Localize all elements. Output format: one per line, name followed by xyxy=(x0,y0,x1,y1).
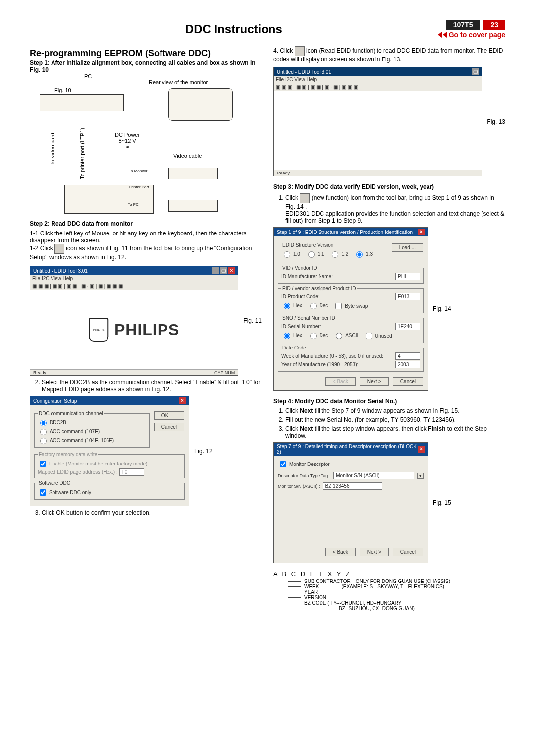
edid-tool-menubar[interactable]: File I2C View Help xyxy=(30,275,238,282)
ver-1-0[interactable]: 1.0 xyxy=(281,250,300,258)
new-function-icon xyxy=(300,193,310,203)
chk-enable[interactable]: Enable (Monitor must be enter factory mo… xyxy=(38,459,147,468)
cancel-button[interactable]: Cancel xyxy=(154,423,184,431)
grp-comm-legend: DDC communication channel xyxy=(38,411,104,416)
monitor-box xyxy=(168,88,233,121)
load-button[interactable]: Load ... xyxy=(392,243,423,252)
mfr-name-label: ID Manufacturer Name: xyxy=(281,274,333,279)
next-button[interactable]: Next > xyxy=(360,377,389,386)
figure-14-label: Fig. 14 xyxy=(433,305,451,312)
chk-soft-only[interactable]: Software DDC only xyxy=(38,488,91,497)
year-label: Year of Manufacture (1990 - 2053): xyxy=(281,362,358,367)
grp-factory-legend: Factory memory data write xyxy=(38,452,98,457)
cancel-button[interactable]: Cancel xyxy=(393,548,423,556)
opt-aoc107e[interactable]: AOC command (107E) xyxy=(38,427,100,435)
step2-title: Step 2: Read DDC data from monitor xyxy=(30,220,262,227)
ver-1-2[interactable]: 1.2 xyxy=(329,250,348,258)
rewind-icon xyxy=(438,32,442,38)
step4-title: Step 4: Modify DDC data Monitor Serial N… xyxy=(273,398,505,405)
figure-11-screenshot: Untitled - EDID Tool 3.01 _ ▢ × File I2C… xyxy=(30,266,238,376)
section-heading: Re-programming EEPROM (Software DDC) xyxy=(30,48,262,58)
mfr-name-input[interactable]: PHL xyxy=(395,273,420,280)
opt-hex[interactable]: Hex xyxy=(281,301,302,309)
serial-number-input[interactable]: 1E240 xyxy=(395,323,420,330)
product-code-input[interactable]: E013 xyxy=(395,293,420,300)
descriptor-tag-select[interactable]: Monitor S/N (ASCII) xyxy=(333,472,414,479)
figure-15-screenshot: Step 7 of 9 : Detailed timing and Descri… xyxy=(273,442,428,563)
edid-tool-toolbar[interactable]: ▣ ▣ ▣ | ▣ ▣ | ▣ ▣ | ▣ · ▣ | ▣ | ▣ ▣ ▣ xyxy=(30,282,238,290)
opt-ddc2b[interactable]: DDC2B xyxy=(38,418,66,426)
ver-1-1[interactable]: 1.1 xyxy=(306,250,324,258)
step2-item-2: 1-2 Click icon as shown if Fig. 11 from … xyxy=(30,244,262,261)
fig10-printerport-label: Printer Port xyxy=(129,185,149,189)
opt-aoc104e[interactable]: AOC command (104E, 105E) xyxy=(38,436,114,444)
ok-button[interactable]: OK xyxy=(154,411,184,420)
edid-hex-dump xyxy=(274,91,482,170)
figure-14-screenshot: Step 1 of 9 : EDID Structure version / P… xyxy=(273,227,428,391)
page-title: DDC Instructions xyxy=(30,22,438,36)
click-ok-note: Click OK button to confirm your selectio… xyxy=(42,509,262,516)
figure-15-label: Fig. 15 xyxy=(433,499,451,506)
serial-number-label: ID Serial Number: xyxy=(281,324,321,329)
config-setup-title: Configuration Setup xyxy=(33,398,77,404)
pc-box xyxy=(40,94,124,111)
fig10-dcpower-label: DC Power 8~12 V ≈ xyxy=(115,132,140,150)
figure-11-label: Fig. 11 xyxy=(243,317,262,324)
philips-shield-icon: PHILIPS xyxy=(89,318,108,342)
figure-12-screenshot: Configuration Setup × DDC communication … xyxy=(30,396,189,506)
figure-10-diagram: PC Rear view of the monitor Fig. 10 To v… xyxy=(30,73,262,217)
model-tag: 107T5 xyxy=(446,20,480,30)
sn-opt-ascii[interactable]: ASCII xyxy=(333,331,358,339)
step7of9-title: Step 7 of 9 : Detailed timing and Descri… xyxy=(277,444,418,455)
sn-opt-dec[interactable]: Dec xyxy=(308,331,328,339)
fig10-video-card-label: To video card xyxy=(50,133,55,165)
connector-box xyxy=(168,200,218,212)
next-button[interactable]: Next > xyxy=(360,548,389,556)
connector-box xyxy=(168,168,218,179)
fig10-rear-label: Rear view of the monitor xyxy=(149,79,208,85)
step1of9-title: Step 1 of 9 : EDID Structure version / P… xyxy=(277,230,413,235)
sn-opt-hex[interactable]: Hex xyxy=(281,331,302,339)
product-code-label: ID Product Code: xyxy=(281,294,320,299)
chk-unused[interactable]: Unused xyxy=(364,331,392,341)
cover-page-link[interactable]: Go to cover page xyxy=(438,31,505,39)
step4-item-2: Fill out the new Serial No. (for example… xyxy=(285,416,505,423)
back-button[interactable]: < Back xyxy=(325,548,356,556)
cancel-button[interactable]: Cancel xyxy=(393,377,423,386)
serial-number-legend: A B C D E F X Y Z SUB CONTRACTOR---ONLY … xyxy=(273,570,505,611)
grp-soft-legend: Software DDC xyxy=(38,480,71,486)
figure-13-label: Fig. 13 xyxy=(487,118,505,125)
rewind-icon xyxy=(443,32,447,38)
ver-1-3[interactable]: 1.3 xyxy=(354,250,373,258)
monitor-sn-label: Monitor S/N (ASCII) : xyxy=(278,484,320,489)
close-icon[interactable]: × xyxy=(418,229,425,235)
serial-letters: A B C D E F X Y Z xyxy=(273,570,505,578)
step4-item-3: Click Next till the last step window app… xyxy=(285,425,505,439)
edid-tool-title: Untitled - EDID Tool 3.01 xyxy=(277,69,331,75)
philips-logo-text: PHILIPS xyxy=(114,321,179,339)
week-input[interactable]: 4 xyxy=(395,352,420,360)
chk-byteswap[interactable]: Byte swap xyxy=(333,301,368,311)
status-left: Ready xyxy=(33,370,46,375)
close-icon[interactable]: × xyxy=(418,446,425,453)
chevron-down-icon[interactable]: ▾ xyxy=(417,473,424,479)
step4-item-1: Click Next till the Step 7 of 9 window a… xyxy=(285,407,505,414)
chk-monitor-descriptor[interactable]: Monitor Descriptor xyxy=(278,460,330,469)
mapped-edid-input[interactable]: F0 xyxy=(119,468,144,476)
week-label: Week of Manufacture (0 - 53), use 0 if u… xyxy=(281,353,383,359)
read-edid-icon xyxy=(295,46,305,56)
page-number-tag: 23 xyxy=(483,20,505,30)
edid-tool-title: Untitled - EDID Tool 3.01 xyxy=(33,268,88,274)
fig10-pc-label: PC xyxy=(84,73,92,79)
cover-link-label: Go to cover page xyxy=(449,31,505,39)
close-icon[interactable]: × xyxy=(179,397,186,404)
opt-dec[interactable]: Dec xyxy=(308,301,328,309)
status-right: CAP NUM xyxy=(214,370,235,375)
monitor-sn-input[interactable]: BZ 123456 xyxy=(323,482,382,490)
figure-10-label: Fig. 10 xyxy=(54,87,71,93)
fig10-tomonitor-label: To Monitor xyxy=(129,169,147,173)
config-setup-icon xyxy=(54,244,64,254)
fig10-topc-label: To PC xyxy=(128,202,139,207)
select-ddc2b-note: Select the DDC2B as the communication ch… xyxy=(42,379,262,393)
year-input[interactable]: 2003 xyxy=(395,361,420,368)
